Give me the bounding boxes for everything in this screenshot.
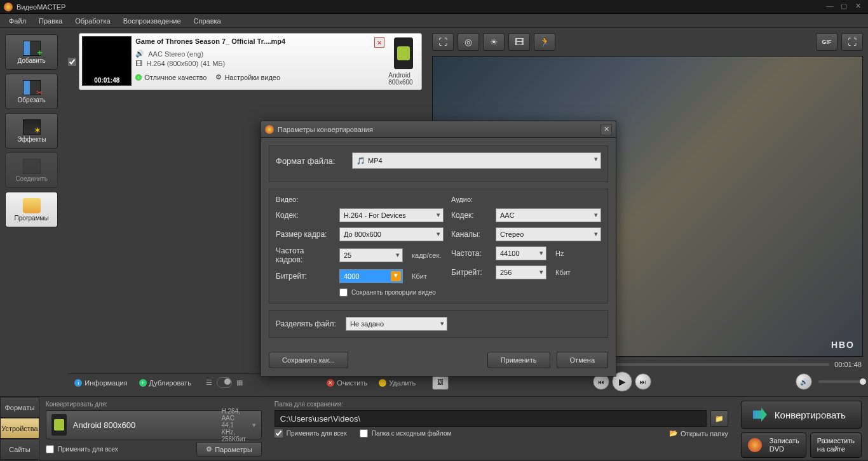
- apply-all-checkbox[interactable]: Применить для всех: [46, 445, 118, 453]
- fps-select[interactable]: 25: [339, 248, 403, 262]
- android-mini-icon: [54, 419, 64, 431]
- quality-dot-icon: [135, 74, 142, 81]
- conversion-params-dialog: Параметры конвертирования ✕ Формат файла…: [261, 121, 616, 377]
- format-label: Формат файла:: [276, 156, 346, 166]
- phone-mini-icon: [51, 414, 67, 436]
- clear-button[interactable]: ✕Очистить: [323, 378, 371, 388]
- gif-button[interactable]: GIF: [816, 33, 837, 51]
- toggle-icon[interactable]: [217, 377, 232, 388]
- android-icon: [397, 46, 410, 60]
- tab-sites[interactable]: Сайты: [0, 439, 39, 460]
- convert-button[interactable]: Конвертировать: [741, 401, 862, 429]
- scissors-icon: [23, 80, 41, 95]
- list-view-icon[interactable]: ☰: [204, 377, 214, 388]
- file-name: Game of Thrones Season 7_ Official Tr...…: [135, 37, 285, 48]
- mp4-icon: 🎵: [356, 157, 365, 165]
- file-thumbnail: 00:01:48: [82, 36, 132, 86]
- key-icon: [23, 198, 41, 213]
- effects-button[interactable]: Эффекты: [5, 113, 58, 149]
- device-selector[interactable]: Android 800x600 H.264, AAC44,1 KHz, 256К…: [46, 410, 262, 439]
- dialog-title: Параметры конвертирования: [278, 126, 373, 133]
- gear-icon: ⚙: [206, 445, 212, 453]
- remove-file-button[interactable]: ✕: [374, 37, 384, 48]
- menu-help[interactable]: Справка: [187, 15, 227, 27]
- close-button[interactable]: ✕: [851, 2, 864, 12]
- grid-view-icon[interactable]: ▦: [234, 377, 245, 388]
- frame-size-select[interactable]: До 800x600: [339, 227, 444, 241]
- duplicate-icon: +: [139, 379, 147, 387]
- add-button[interactable]: Добавить: [5, 34, 58, 70]
- audio-bitrate-select[interactable]: 256: [496, 265, 546, 279]
- programs-button[interactable]: Программы: [5, 192, 58, 227]
- gear-icon: ⚙: [215, 73, 222, 81]
- volume-slider[interactable]: [818, 380, 863, 383]
- info-button[interactable]: iИнформация: [71, 378, 131, 388]
- chevron-down-icon: ▾: [252, 421, 256, 429]
- video-section-header: Видео:: [276, 196, 444, 203]
- same-folder-checkbox[interactable]: Папка с исходным файлом: [360, 429, 452, 438]
- bottom-panel: Форматы Устройства Сайты Конвертировать …: [0, 396, 868, 460]
- phone-icon: [394, 37, 413, 69]
- folder-icon: 📁: [715, 415, 724, 423]
- menu-file[interactable]: Файл: [3, 15, 32, 27]
- crop-button[interactable]: ⛶: [432, 33, 454, 51]
- sparkle-icon: [23, 119, 41, 135]
- apply-button[interactable]: Применить: [487, 352, 550, 368]
- folder-open-icon: 📂: [669, 429, 678, 438]
- speed-button[interactable]: 🏃: [534, 33, 555, 51]
- open-folder-button[interactable]: 📂Открыть папку: [669, 429, 728, 438]
- brightness-button[interactable]: ☀: [483, 33, 505, 51]
- audio-codec-select[interactable]: AAC: [496, 208, 601, 222]
- enhance-button[interactable]: ◎: [458, 33, 479, 51]
- preview-toolbar: ⛶ ◎ ☀ 🎞 🏃 GIF ⛶: [432, 33, 863, 52]
- split-select[interactable]: Не задано: [346, 317, 447, 331]
- menu-playback[interactable]: Воспроизведение: [117, 15, 187, 27]
- app-title: ВидеоМАСТЕР: [17, 3, 822, 11]
- frequency-select[interactable]: 44100: [496, 246, 546, 260]
- video-bitrate-input[interactable]: 4000: [339, 269, 403, 283]
- menu-edit[interactable]: Правка: [32, 15, 69, 27]
- file-item[interactable]: 00:01:48 Game of Thrones Season 7_ Offic…: [79, 33, 422, 90]
- dialog-titlebar[interactable]: Параметры конвертирования ✕: [261, 121, 616, 138]
- upload-button[interactable]: Разместитьна сайте: [810, 432, 862, 458]
- menu-process[interactable]: Обработка: [69, 15, 116, 27]
- cancel-button[interactable]: Отмена: [557, 352, 608, 368]
- fullscreen-button[interactable]: ⛶: [841, 33, 863, 51]
- join-icon: [23, 159, 41, 174]
- file-checkbox[interactable]: [68, 58, 76, 66]
- next-button[interactable]: ⏭: [635, 373, 651, 390]
- channels-select[interactable]: Стерео: [496, 227, 601, 241]
- volume-button[interactable]: 🔊: [796, 373, 812, 390]
- video-settings-link[interactable]: ⚙Настройки видео: [215, 73, 280, 81]
- path-input[interactable]: C:\Users\user\Videos\: [275, 410, 707, 427]
- minimize-button[interactable]: —: [824, 2, 836, 12]
- frames-button[interactable]: 🎞: [508, 33, 530, 51]
- menubar: Файл Правка Обработка Воспроизведение Сп…: [0, 14, 868, 28]
- app-logo-icon: [4, 3, 13, 11]
- film-icon: 🎞: [135, 60, 142, 67]
- format-select[interactable]: 🎵MP4: [352, 152, 601, 169]
- view-switcher[interactable]: ☰▦: [204, 377, 245, 388]
- save-folder-label: Папка для сохранения:: [275, 401, 728, 408]
- delete-button[interactable]: −Удалить: [375, 378, 419, 388]
- join-button: Соединить: [5, 152, 58, 188]
- duplicate-button[interactable]: +Дублировать: [135, 378, 195, 388]
- audio-section-header: Аудио:: [451, 196, 601, 203]
- clear-icon: ✕: [327, 379, 334, 387]
- keep-aspect-checkbox[interactable]: Сохранять пропорции видео: [339, 288, 444, 297]
- cut-button[interactable]: Обрезать: [5, 74, 58, 109]
- delete-icon: −: [379, 379, 386, 387]
- disc-icon: [748, 438, 762, 452]
- tab-formats[interactable]: Форматы: [0, 397, 39, 418]
- left-toolbar: Добавить Обрезать Эффекты Соединить Прог…: [0, 28, 63, 396]
- apply-all-checkbox-2[interactable]: Применить для всех: [275, 429, 347, 438]
- params-button[interactable]: ⚙Параметры: [196, 442, 262, 457]
- maximize-button[interactable]: ▢: [837, 2, 850, 12]
- titlebar: ВидеоМАСТЕР — ▢ ✕: [0, 0, 868, 14]
- burn-dvd-button[interactable]: ЗаписатьDVD: [741, 432, 806, 458]
- dialog-close-button[interactable]: ✕: [600, 124, 612, 135]
- browse-folder-button[interactable]: 📁: [710, 410, 728, 427]
- video-codec-select[interactable]: H.264 - For Devices: [339, 208, 444, 222]
- save-as-button[interactable]: Сохранить как...: [269, 352, 348, 368]
- tab-devices[interactable]: Устройства: [0, 418, 39, 439]
